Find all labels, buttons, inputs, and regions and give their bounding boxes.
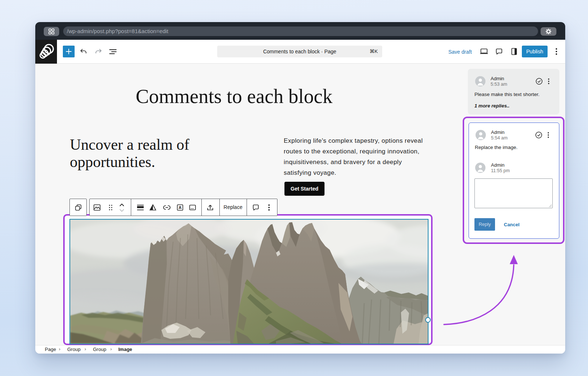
svg-text:A: A (179, 205, 182, 210)
